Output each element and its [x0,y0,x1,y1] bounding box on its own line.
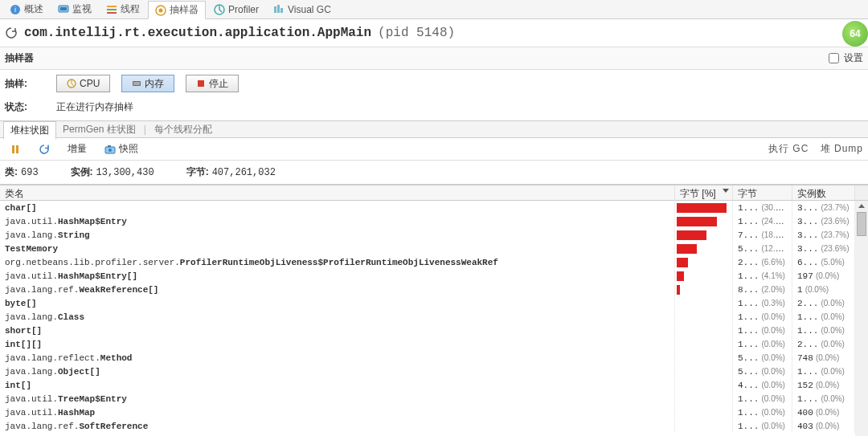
table-row[interactable]: java.lang.Class1... (0.0%)1... (0.0%) [0,310,868,324]
table-row[interactable]: java.lang.String7... (18.5%)3... (23.7%) [0,228,868,242]
col-instances[interactable]: 实例数 [792,185,855,200]
cell-instances: 3... (23.7%) [792,228,855,242]
tab-visualgc[interactable]: Visual GC [267,2,338,17]
cpu-icon [67,79,76,88]
delta-button[interactable]: 增量 [63,141,92,157]
cell-class-name: java.lang.ref.WeakReference[] [0,283,675,296]
cell-bytes: 1... (0.0%) [733,337,792,351]
profiler-icon [214,4,225,15]
col-bytes-pct[interactable]: 字节 [%] [675,185,733,200]
table-row[interactable]: java.util.HashMap1... (0.0%)400 (0.0%) [0,405,868,419]
table-row[interactable]: org.netbeans.lib.profiler.server.Profile… [0,255,868,269]
tab-threads[interactable]: 线程 [100,1,146,18]
table-row[interactable]: char[]1... (30.8%)3... (23.7%) [0,201,868,214]
snapshot-button[interactable]: 快照 [100,141,143,157]
histogram-toolbar: 增量 快照 执行 GC 堆 Dump [0,138,868,161]
state-value: 正在进行内存抽样 [56,100,133,114]
cell-instances: 1... (0.0%) [792,310,855,324]
cell-bytes-pct-bar [675,297,733,310]
scroll-thumb[interactable] [857,212,866,236]
heap-dump-link[interactable]: 堆 Dump [821,143,863,154]
instances-label: 实例: [71,166,93,177]
classes-label: 类: [5,166,18,177]
table-row[interactable]: java.util.TreeMap$Entry1... (0.0%)1... (… [0,392,868,405]
view-tab-permgen-histogram[interactable]: PermGen 柱状图 [56,121,142,138]
view-tabs: 堆柱状图 PermGen 柱状图 | 每个线程分配 [0,120,868,138]
header: com.intellij.rt.execution.application.Ap… [0,19,868,47]
cell-class-name: short[] [0,324,675,337]
stop-icon [196,79,206,88]
header-pid: (pid 5148) [378,26,455,40]
table-row[interactable]: java.lang.ref.SoftReference1... (0.0%)40… [0,419,868,433]
summary-row: 类:693 实例:13,300,430 字节:407,261,032 [0,161,868,185]
threads-icon [106,4,117,15]
tab-profiler[interactable]: Profiler [207,2,265,17]
memory-button[interactable]: 内存 [121,75,174,92]
cell-class-name: java.util.HashMap$Entry[] [0,270,675,283]
cpu-button[interactable]: CPU [56,75,110,92]
table-row[interactable]: java.lang.ref.WeakReference[]8... (2.0%)… [0,283,868,296]
view-tab-heap-histogram[interactable]: 堆柱状图 [3,121,56,140]
cell-bytes-pct-bar [675,283,733,296]
cell-instances: 1... (0.0%) [792,365,855,378]
cell-bytes-pct-bar [675,270,733,283]
table-row[interactable]: TestMemory5... (12.3%)3... (23.6%) [0,242,868,255]
state-label: 状态: [5,100,45,114]
cell-instances: 6... (5.0%) [792,255,855,269]
cell-class-name: java.lang.ref.SoftReference [0,420,675,433]
perform-gc-link[interactable]: 执行 GC [768,143,809,154]
table-row[interactable]: short[]1... (0.0%)1... (0.0%) [0,324,868,337]
vertical-scrollbar[interactable] [855,201,868,436]
pause-button[interactable] [5,143,26,156]
cell-bytes: 4... (0.0%) [733,378,792,392]
table-row[interactable]: java.lang.reflect.Method5... (0.0%)748 (… [0,351,868,365]
table-row[interactable]: java.util.HashMap$Entry1... (24.7%)3... … [0,214,868,228]
cell-bytes: 1... (24.7%) [733,214,792,228]
cell-instances: 152 (0.0%) [792,378,855,392]
table-row[interactable]: java.util.HashMap$Entry[]1... (4.1%)197 … [0,269,868,283]
cell-instances: 3... (23.6%) [792,242,855,255]
cell-class-name: java.lang.reflect.Method [0,352,675,365]
col-bytes[interactable]: 字节 [733,185,792,200]
table-row[interactable]: int[]4... (0.0%)152 (0.0%) [0,378,868,392]
cell-bytes: 1... (0.0%) [733,405,792,419]
tab-sampler[interactable]: 抽样器 [148,1,206,19]
top-tab-strip: i 概述 监视 线程 抽样器 Profiler Visual GC [0,0,868,19]
stop-button[interactable]: 停止 [186,75,239,92]
tab-monitor[interactable]: 监视 [51,1,98,18]
col-class-name[interactable]: 类名 [0,185,675,200]
table-header: 类名 字节 [%] 字节 实例数 [0,185,868,201]
refresh-icon[interactable] [5,26,18,39]
svg-rect-16 [198,80,204,87]
tab-label: Visual GC [288,4,331,15]
svg-rect-3 [60,7,67,10]
cell-instances: 1... (0.0%) [792,324,855,337]
tab-label: Profiler [228,4,259,15]
sampler-icon [155,5,166,16]
svg-rect-11 [277,5,280,13]
table-row[interactable]: int[][]1... (0.0%)2... (0.0%) [0,337,868,351]
settings-checkbox[interactable] [829,53,839,63]
view-tab-per-thread-alloc[interactable]: 每个线程分配 [148,121,219,138]
cell-bytes: 5... (0.0%) [733,351,792,365]
refresh-button[interactable] [34,143,55,156]
cell-bytes: 1... (0.0%) [733,419,792,433]
settings-toggle[interactable]: 设置 [825,51,863,66]
svg-rect-12 [280,8,283,13]
cell-class-name: int[][] [0,338,675,351]
scroll-down-icon[interactable] [855,432,868,436]
memory-icon [132,79,141,88]
tab-overview[interactable]: i 概述 [3,1,50,18]
table-row[interactable]: byte[]1... (0.3%)2... (0.0%) [0,296,868,310]
cell-bytes: 1... (0.0%) [733,324,792,337]
cell-bytes-pct-bar [675,324,733,337]
table-row[interactable]: java.lang.Object[]5... (0.0%)1... (0.0%) [0,365,868,378]
scroll-up-icon[interactable] [855,201,868,212]
cell-instances: 197 (0.0%) [792,269,855,283]
cell-bytes-pct-bar [675,242,733,255]
svg-point-8 [159,8,163,12]
scroll-track[interactable] [855,212,868,432]
cell-bytes: 1... (0.0%) [733,392,792,405]
divider: | [142,124,148,135]
cell-bytes-pct-bar [675,352,733,365]
